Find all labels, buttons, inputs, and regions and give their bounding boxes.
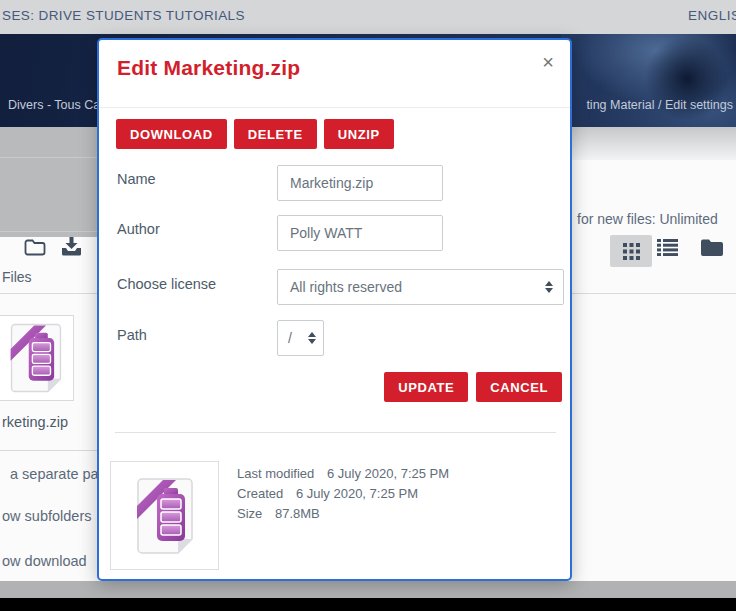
path-select[interactable]: / bbox=[277, 320, 324, 356]
path-selected-value: / bbox=[278, 330, 308, 346]
license-select[interactable]: All rights reserved bbox=[277, 269, 564, 305]
path-label: Path bbox=[117, 327, 147, 343]
size-value: 87.8MB bbox=[275, 506, 320, 521]
list-view-icon[interactable] bbox=[657, 239, 678, 256]
setting-text-download: ow download bbox=[2, 553, 87, 569]
files-section-label: Files bbox=[2, 269, 32, 285]
top-nav-links[interactable]: SES: DRIVE STUDENTS TUTORIALS bbox=[2, 8, 245, 23]
last-modified-value: 6 July 2020, 7:25 PM bbox=[327, 466, 449, 481]
file-metadata: Last modified 6 July 2020, 7:25 PM Creat… bbox=[237, 464, 449, 524]
update-button[interactable]: UPDATE bbox=[384, 372, 468, 402]
last-modified-label: Last modified bbox=[237, 466, 314, 481]
license-label: Choose license bbox=[117, 276, 216, 292]
max-files-text: for new files: Unlimited bbox=[577, 211, 718, 227]
select-arrows-icon bbox=[308, 332, 316, 344]
file-thumbnail bbox=[110, 461, 219, 570]
author-field[interactable] bbox=[277, 215, 443, 251]
size-label: Size bbox=[237, 506, 262, 521]
divider bbox=[0, 157, 97, 158]
bottom-black-bar bbox=[0, 598, 736, 611]
divider bbox=[115, 432, 556, 433]
file-tile-name: rketing.zip bbox=[2, 414, 68, 430]
breadcrumb-left[interactable]: Divers - Tous Ca bbox=[8, 98, 100, 112]
top-navbar: SES: DRIVE STUDENTS TUTORIALS ENGLISH bbox=[0, 0, 736, 34]
unzip-button[interactable]: UNZIP bbox=[324, 119, 394, 149]
divider bbox=[0, 231, 97, 232]
dialog-actions: UPDATE CANCEL bbox=[384, 372, 562, 402]
dialog-title: Edit Marketing.zip bbox=[117, 56, 300, 80]
created-value: 6 July 2020, 7:25 PM bbox=[296, 486, 418, 501]
divider bbox=[0, 450, 97, 451]
banner-photo bbox=[561, 34, 736, 127]
created-label: Created bbox=[237, 486, 283, 501]
create-folder-icon[interactable] bbox=[24, 238, 46, 256]
select-arrows-icon bbox=[545, 281, 553, 293]
file-action-toolbar: DOWNLOAD DELETE UNZIP bbox=[116, 119, 394, 149]
name-field[interactable] bbox=[277, 165, 443, 201]
delete-button[interactable]: DELETE bbox=[234, 119, 317, 149]
breadcrumb-right[interactable]: ting Material / Edit settings bbox=[586, 98, 733, 112]
view-grid-button[interactable] bbox=[610, 235, 652, 267]
author-label: Author bbox=[117, 221, 160, 237]
name-label: Name bbox=[117, 171, 156, 187]
divider bbox=[99, 107, 570, 108]
setting-text-separate-page: a separate pag bbox=[10, 466, 107, 482]
download-button[interactable]: DOWNLOAD bbox=[116, 119, 227, 149]
download-all-icon[interactable] bbox=[61, 237, 82, 256]
setting-text-subfolders: ow subfolders bbox=[2, 508, 91, 524]
zip-file-icon bbox=[133, 477, 197, 555]
left-gray-panel bbox=[0, 127, 97, 237]
license-selected-value: All rights reserved bbox=[278, 279, 545, 295]
zip-file-icon bbox=[7, 322, 65, 394]
cancel-button[interactable]: CANCEL bbox=[476, 372, 562, 402]
page-footer-strip bbox=[0, 581, 736, 598]
file-tile-marketing-zip[interactable] bbox=[0, 315, 74, 401]
close-icon[interactable]: × bbox=[542, 52, 554, 72]
tree-view-icon[interactable] bbox=[701, 239, 723, 256]
grid-view-icon bbox=[623, 243, 640, 260]
language-menu[interactable]: ENGLISH bbox=[688, 8, 736, 23]
edit-file-dialog: Edit Marketing.zip × DOWNLOAD DELETE UNZ… bbox=[97, 38, 572, 581]
